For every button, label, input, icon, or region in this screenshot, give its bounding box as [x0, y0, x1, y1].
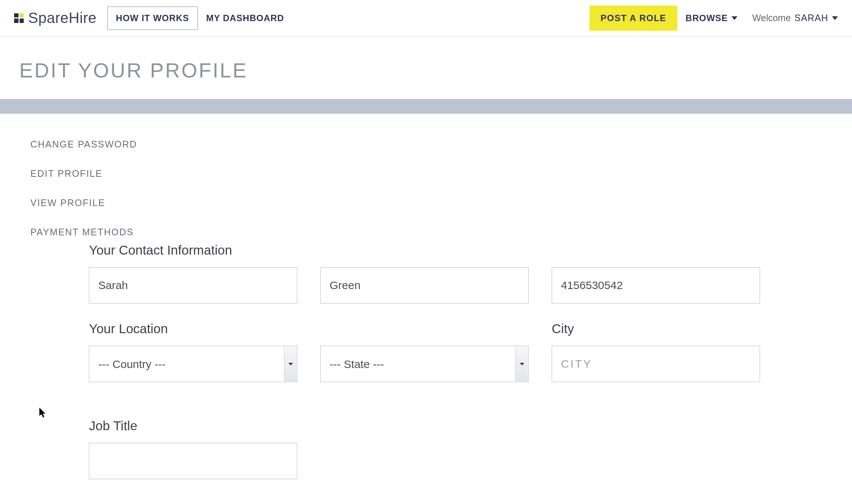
- brand-logo[interactable]: SpareHire: [14, 10, 97, 26]
- brand-text: SpareHire: [28, 10, 97, 26]
- nav-how-it-works[interactable]: HOW IT WORKS: [107, 6, 198, 30]
- content-area: CHANGE PASSWORD EDIT PROFILE VIEW PROFIL…: [0, 114, 852, 497]
- job-title-field[interactable]: [89, 443, 297, 479]
- state-select[interactable]: --- State ---: [320, 346, 529, 382]
- contact-section-label: Your Contact Information: [89, 243, 852, 258]
- city-field[interactable]: [552, 346, 760, 382]
- nav-my-dashboard[interactable]: MY DASHBOARD: [198, 6, 292, 30]
- welcome-username: SARAH: [795, 13, 828, 23]
- country-select-input[interactable]: --- Country ---: [89, 346, 297, 382]
- country-select[interactable]: --- Country ---: [89, 346, 297, 382]
- job-title-section-label: Job Title: [89, 418, 852, 433]
- phone-field[interactable]: [552, 267, 760, 304]
- state-select-input[interactable]: --- State ---: [320, 346, 529, 382]
- top-bar: SpareHire HOW IT WORKS MY DASHBOARD POST…: [0, 0, 852, 36]
- location-section-label: Your Location: [89, 321, 297, 336]
- chevron-down-icon: [732, 16, 737, 20]
- first-name-field[interactable]: [89, 267, 297, 304]
- page-title: EDIT YOUR PROFILE: [0, 36, 852, 99]
- divider-bar: [0, 99, 852, 114]
- post-a-role-button[interactable]: POST A ROLE: [590, 6, 677, 31]
- last-name-field[interactable]: [320, 267, 529, 304]
- welcome-prefix: Welcome: [752, 13, 791, 23]
- user-menu[interactable]: Welcome SARAH: [752, 13, 838, 23]
- profile-form: Your Contact Information Your Location C…: [0, 243, 852, 479]
- chevron-down-icon: [832, 16, 838, 20]
- city-section-label: City: [552, 321, 760, 336]
- browse-dropdown[interactable]: BROWSE: [686, 13, 737, 23]
- browse-label: BROWSE: [686, 13, 728, 23]
- logo-icon: [14, 13, 24, 23]
